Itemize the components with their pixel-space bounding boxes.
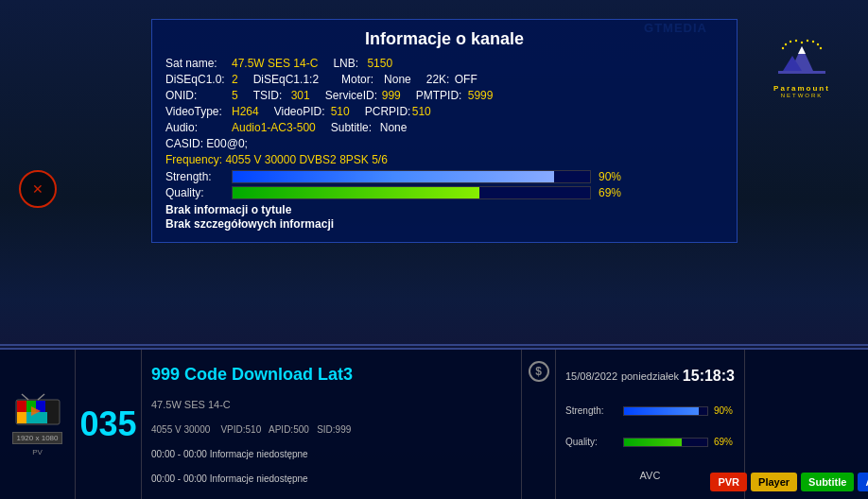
divider-line <box>0 344 868 346</box>
onid-label: ONID: <box>165 89 232 102</box>
paramount-network: NETWORK <box>781 93 824 98</box>
subtitle-label: Subtitle: <box>331 121 380 134</box>
time-text: 15:18:3 <box>683 368 735 385</box>
strength-bar-row: Strength: 90% <box>165 170 723 183</box>
casid-row: CASID: E00@0; <box>165 137 723 150</box>
svg-point-4 <box>820 46 822 48</box>
onid-value: 5 <box>232 89 238 102</box>
strength-bar-label: Strength: <box>165 170 232 183</box>
epg-row-1: 00:00 - 00:00 Informacje niedostępne <box>151 449 512 459</box>
audio-value: Audio1-AC3-500 <box>232 121 316 134</box>
bottom-strength-pct: 90% <box>714 405 733 416</box>
vpid-text: VPID:510 <box>220 424 261 435</box>
strength-bar-pct: 90% <box>599 170 633 183</box>
svg-rect-14 <box>17 401 26 412</box>
svg-point-7 <box>785 43 787 44</box>
dollar-icon: $ <box>529 361 549 382</box>
svg-point-3 <box>817 43 819 44</box>
bottom-bar: 1920 x 1080 PV 035 999 Code Download Lat… <box>0 348 868 499</box>
left-icons: ✕ <box>19 170 57 208</box>
videopid-value: 510 <box>331 105 350 118</box>
channel-name-section: 999 Code Download Lat3 47.5W SES 14-C 40… <box>142 350 522 499</box>
apid-text: APID:500 <box>269 424 309 435</box>
bottom-strength-row: Strength: 90% <box>565 405 735 416</box>
pcrpid-label: PCRPID: <box>365 105 412 118</box>
quality-bar-fill <box>233 187 479 198</box>
dollar-section: $ <box>522 350 556 499</box>
quality-bar-label: Quality: <box>165 186 232 199</box>
paramount-logo: Paramount NETWORK <box>764 28 840 104</box>
subtitle-button[interactable]: Subtitle <box>801 473 854 491</box>
bottom-quality-pct: 69% <box>714 437 733 447</box>
channel-info-bar: 1920 x 1080 PV 035 999 Code Download Lat… <box>0 350 868 499</box>
brak-details: Brak szczegółowych informacji <box>165 217 723 231</box>
diseqc1-value: 2 <box>232 73 238 86</box>
bottom-strength-label: Strength: <box>565 405 617 416</box>
sid-text: SID:999 <box>317 424 351 435</box>
epg-row-2: 00:00 - 00:00 Informacje niedostępne <box>151 473 512 484</box>
channel-sub: 47.5W SES 14-C <box>151 399 512 410</box>
audio-label: Audio: <box>165 121 232 134</box>
video-row: VideoType: H264 VideoPID: 510 PCRPID: 51… <box>165 105 723 118</box>
sat-row: Sat name: 47.5W SES 14-C LNB: 5150 <box>165 57 723 70</box>
btn-row: PVR Player Subtitle Audio <box>710 473 868 491</box>
k22-label: 22K: <box>426 73 455 86</box>
date-row: 15/08/2022 poniedziałek 15:18:3 <box>565 368 735 385</box>
svg-point-5 <box>795 39 797 41</box>
svg-rect-18 <box>26 412 47 423</box>
tv-logo-section: 1920 x 1080 PV <box>0 350 76 499</box>
lnb-value: 5150 <box>367 57 392 70</box>
brak-title: Brak informacji o tytule <box>165 203 723 216</box>
audio-row: Audio: Audio1-AC3-500 Subtitle: None <box>165 121 723 134</box>
svg-point-2 <box>812 40 814 42</box>
motor-label: Motor: <box>341 73 384 86</box>
tsid-value: 301 <box>291 89 310 102</box>
pv-tag: PV <box>32 448 43 456</box>
lnb-label: LNB: <box>333 57 367 70</box>
quality-bar-row: Quality: 69% <box>165 186 723 199</box>
bottom-quality-row: Quality: 69% <box>565 437 735 447</box>
channel-name: 999 Code Download Lat3 <box>151 365 512 385</box>
frequency-value: 4055 V 30000 DVBS2 8PSK 5/6 <box>225 153 387 166</box>
tv-logo-svg <box>14 392 61 428</box>
bottom-quality-bar-container <box>623 438 708 447</box>
svg-point-1 <box>807 39 808 41</box>
onid-row: ONID: 5 TSID: 301 ServiceID: 999 PMTPID:… <box>165 89 723 102</box>
bottom-strength-bar-fill <box>624 407 699 415</box>
videopid-label: VideoPID: <box>274 105 331 118</box>
quality-bar-pct: 69% <box>599 186 633 199</box>
paramount-name: Paramount <box>773 84 830 93</box>
avc-tag: AVC <box>565 470 735 481</box>
pmtpid-label: PMTPID: <box>416 89 468 102</box>
service-value: 999 <box>382 89 401 102</box>
resolution-tag: 1920 x 1080 <box>12 432 61 444</box>
pvr-button[interactable]: PVR <box>710 473 747 491</box>
videotype-label: VideoType: <box>165 105 232 118</box>
casid-label: CASID: <box>165 137 203 150</box>
subtitle-value: None <box>380 121 408 134</box>
motor-value: None <box>384 73 411 86</box>
channel-number-section: 035 <box>76 350 142 499</box>
channel-number: 035 <box>79 404 136 444</box>
sat-label: Sat name: <box>165 57 232 70</box>
diseqc11-label: DiSEqC1.1:2 <box>253 73 319 86</box>
svg-line-21 <box>38 394 44 400</box>
svg-point-8 <box>782 46 784 48</box>
sat-value: 47.5W SES 14-C <box>232 57 318 70</box>
channel-freq: 4055 V 30000 VPID:510 APID:500 SID:999 <box>151 424 512 435</box>
bottom-strength-bar-container <box>623 406 708 416</box>
quality-bar-container <box>232 186 591 199</box>
diseqc1-label: DiSEqC1.0: <box>165 73 232 86</box>
freq-text: 4055 V 30000 <box>151 424 210 435</box>
info-panel: Informacje o kanale Sat name: 47.5W SES … <box>151 19 738 243</box>
svg-rect-17 <box>17 412 26 423</box>
svg-point-6 <box>790 40 791 42</box>
svg-rect-12 <box>778 71 825 74</box>
tsid-label: TSID: <box>253 89 291 102</box>
audio-button[interactable]: Audio <box>858 473 868 491</box>
diseqc-row: DiSEqC1.0: 2 DiSEqC1.1:2 Motor: None 22K… <box>165 73 723 86</box>
frequency-label: Frequency: <box>165 153 222 166</box>
player-button[interactable]: Player <box>751 473 797 491</box>
button-section: PVR Player Subtitle Audio <box>745 350 868 499</box>
panel-title: Informacje o kanale <box>165 29 723 49</box>
